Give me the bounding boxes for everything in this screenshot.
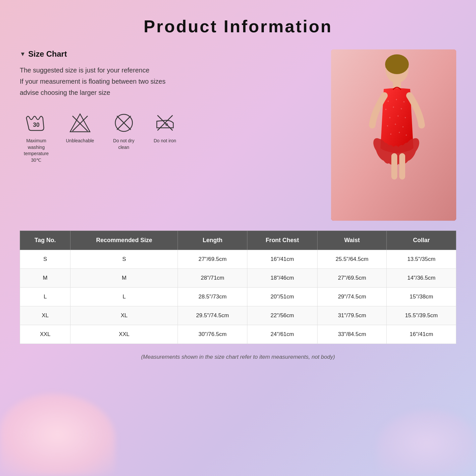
decorative-fluffy-right	[377, 410, 476, 476]
svg-rect-39	[399, 153, 405, 180]
svg-text:30: 30	[33, 122, 40, 128]
col-waist: Waist	[317, 231, 387, 250]
table-row: XXL XXL 30"/76.5cm 24"/61cm 33"/84.5cm 1…	[20, 325, 456, 344]
care-icons-row: 30 Maximum washingtemperature 30℃ Unblea…	[20, 111, 318, 163]
size-chart-heading: ▼ Size Chart	[20, 49, 318, 59]
table-header: Tag No. Recommended Size Length Front Ch…	[20, 231, 456, 250]
cell-waist-xl: 31"/79.5cm	[317, 306, 387, 325]
table-body: S S 27"/69.5cm 16"/41cm 25.5"/64.5cm 13.…	[20, 250, 456, 344]
svg-text:✦: ✦	[392, 106, 395, 109]
svg-text:✦: ✦	[403, 100, 405, 103]
svg-text:✦: ✦	[387, 100, 389, 103]
cell-collar-m: 14"/36.5cm	[387, 269, 456, 288]
table-row: L L 28.5"/73cm 20"/51cm 29"/74.5cm 15"/3…	[20, 288, 456, 306]
no-dry-clean-label: Do not dry clean	[107, 138, 140, 151]
size-desc-line3: advise choosing the larger size	[20, 87, 318, 98]
col-length: Length	[178, 231, 247, 250]
cell-rec-xxl: XXL	[70, 325, 178, 344]
cell-tag-l: L	[20, 288, 70, 306]
table-header-row: Tag No. Recommended Size Length Front Ch…	[20, 231, 456, 250]
heading-label: Size Chart	[28, 49, 67, 59]
cell-rec-l: L	[70, 288, 178, 306]
cell-len-xxl: 30"/76.5cm	[178, 325, 247, 344]
cell-chest-m: 18"/46cm	[247, 269, 317, 288]
size-desc-line2: If your measurement is floating between …	[20, 76, 318, 87]
svg-text:✦: ✦	[385, 108, 387, 111]
size-table: Tag No. Recommended Size Length Front Ch…	[20, 231, 456, 344]
cell-tag-xxl: XXL	[20, 325, 70, 344]
footnote: (Measurements shown in the size chart re…	[20, 354, 456, 360]
no-iron-icon	[154, 111, 177, 134]
table-row: M M 28"/71cm 18"/46cm 27"/69.5cm 14"/36.…	[20, 269, 456, 288]
col-front-chest: Front Chest	[247, 231, 317, 250]
size-description: The suggested size is just for your refe…	[20, 65, 318, 98]
cell-chest-xxl: 24"/61cm	[247, 325, 317, 344]
col-collar: Collar	[387, 231, 456, 250]
svg-text:✦: ✦	[400, 107, 403, 110]
svg-text:✦: ✦	[402, 126, 404, 128]
cell-len-s: 27"/69.5cm	[178, 250, 247, 269]
cell-chest-s: 16"/41cm	[247, 250, 317, 269]
heading-arrow: ▼	[20, 51, 26, 58]
cell-len-l: 28.5"/73cm	[178, 288, 247, 306]
svg-text:✦: ✦	[394, 123, 397, 126]
cell-rec-xl: XL	[70, 306, 178, 325]
cell-len-m: 28"/71cm	[178, 269, 247, 288]
decorative-fluffy-left	[0, 394, 115, 476]
size-desc-line1: The suggested size is just for your refe…	[20, 65, 318, 76]
svg-text:✦: ✦	[395, 98, 398, 101]
product-silhouette: ✦✦✦ ✦✦✦ ✦✦✦ ✦✦✦ ✦✦✦	[331, 49, 456, 221]
cell-tag-xl: XL	[20, 306, 70, 325]
care-item-wash: 30 Maximum washingtemperature 30℃	[20, 111, 53, 163]
svg-text:✦: ✦	[386, 125, 389, 127]
cell-chest-xl: 22"/56cm	[247, 306, 317, 325]
no-bleach-icon	[69, 111, 92, 134]
cell-waist-m: 27"/69.5cm	[317, 269, 387, 288]
left-section: ▼ Size Chart The suggested size is just …	[20, 49, 331, 163]
cell-waist-xxl: 33"/84.5cm	[317, 325, 387, 344]
cell-rec-s: S	[70, 250, 178, 269]
page-container: Product Information ▼ Size Chart The sug…	[0, 0, 476, 476]
svg-text:✦: ✦	[398, 131, 401, 134]
no-dry-clean-icon	[112, 111, 135, 134]
table-row: XL XL 29.5"/74.5cm 22"/56cm 31"/79.5cm 1…	[20, 306, 456, 325]
cell-rec-m: M	[70, 269, 178, 288]
cell-tag-m: M	[20, 269, 70, 288]
care-item-no-bleach: Unbleachable	[66, 111, 94, 144]
no-iron-label: Do not iron	[154, 138, 176, 144]
cell-collar-s: 13.5"/35cm	[387, 250, 456, 269]
page-title: Product Information	[20, 16, 456, 36]
col-tag-no: Tag No.	[20, 231, 70, 250]
svg-rect-38	[391, 153, 397, 180]
cell-tag-s: S	[20, 250, 70, 269]
cell-waist-s: 25.5"/64.5cm	[317, 250, 387, 269]
wash-label: Maximum washingtemperature 30℃	[20, 138, 53, 163]
no-bleach-label: Unbleachable	[66, 138, 94, 144]
svg-text:✦: ✦	[404, 116, 406, 119]
cell-collar-xxl: 16"/41cm	[387, 325, 456, 344]
table-row: S S 27"/69.5cm 16"/41cm 25.5"/64.5cm 13.…	[20, 250, 456, 269]
care-item-no-dry-clean: Do not dry clean	[107, 111, 140, 151]
main-content-row: ▼ Size Chart The suggested size is just …	[20, 49, 456, 221]
cell-collar-xl: 15.5"/39.5cm	[387, 306, 456, 325]
cell-collar-l: 15"/38cm	[387, 288, 456, 306]
product-image: ✦✦✦ ✦✦✦ ✦✦✦ ✦✦✦ ✦✦✦	[331, 49, 456, 221]
cell-len-xl: 29.5"/74.5cm	[178, 306, 247, 325]
svg-text:✦: ✦	[405, 134, 407, 137]
wash-icon: 30	[25, 111, 48, 134]
cell-waist-l: 29"/74.5cm	[317, 288, 387, 306]
svg-text:✦: ✦	[389, 116, 391, 119]
care-item-no-iron: Do not iron	[154, 111, 177, 144]
cell-chest-l: 20"/51cm	[247, 288, 317, 306]
size-table-container: Tag No. Recommended Size Length Front Ch…	[20, 231, 456, 344]
svg-text:✦: ✦	[390, 133, 392, 136]
col-recommended-size: Recommended Size	[70, 231, 178, 250]
svg-text:✦: ✦	[397, 115, 399, 118]
